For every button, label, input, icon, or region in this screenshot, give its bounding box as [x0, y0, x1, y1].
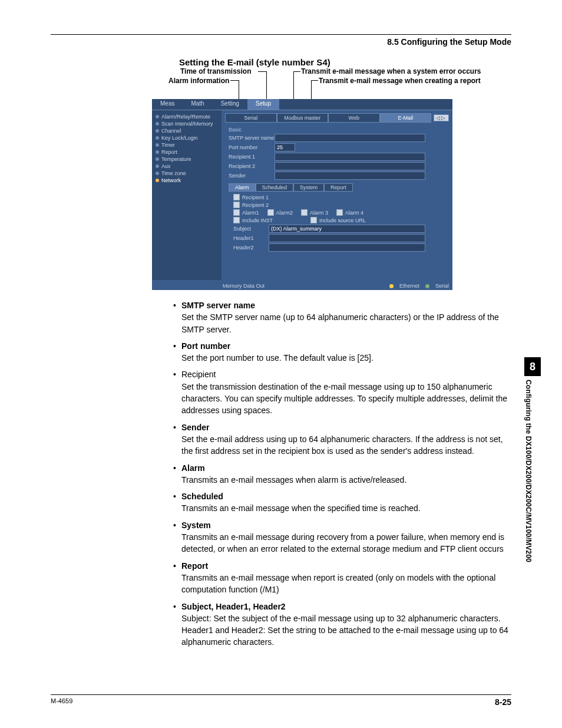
- annot-alarm: Alarm information: [168, 77, 229, 85]
- top-tab-math[interactable]: Math: [183, 99, 212, 110]
- sidebar-item-timezone[interactable]: Time zone: [156, 170, 218, 176]
- screenshot: Meas Math Setting Setup Alarm/Relay/Remo…: [152, 99, 452, 290]
- subtab-serial[interactable]: Serial: [225, 113, 277, 123]
- input-subject[interactable]: (DX) Alarm_summary: [269, 225, 425, 233]
- doc-item: •SenderSet the e-mail address using up t…: [173, 421, 511, 457]
- chk-label: Include INST: [242, 218, 273, 223]
- subtab-email[interactable]: E-Mail: [380, 113, 432, 123]
- chk-label: Include source URL: [319, 218, 366, 223]
- doc-item-head: Subject, Header1, Header2: [181, 602, 286, 611]
- modetab-alarm[interactable]: Alarm: [229, 183, 256, 192]
- sidebar-item-label: Channel: [161, 128, 181, 134]
- sidebar-item-label: Scan Interval/Memory: [161, 121, 213, 127]
- status-bar: Memory Data Out Ethernet Serial: [223, 283, 449, 289]
- doc-item-body: Transmits an e-mail message when report …: [181, 572, 511, 596]
- sidebar-item-keylock[interactable]: Key Lock/Login: [156, 135, 218, 141]
- chapter-number: 8: [524, 357, 541, 376]
- input-sender[interactable]: [275, 172, 425, 180]
- chk-alarm1[interactable]: Alarm1: [233, 209, 259, 216]
- top-tab-meas[interactable]: Meas: [152, 99, 183, 110]
- doc-item: •AlarmTransmits an e-mail messages when …: [173, 462, 511, 486]
- sidebar-item-aux[interactable]: Aux: [156, 163, 218, 169]
- chk-label: Alarm 3: [310, 210, 328, 216]
- chk-recipient2[interactable]: Recipient 2: [233, 202, 269, 208]
- modetab-scheduled[interactable]: Scheduled: [256, 183, 294, 192]
- chk-include-inst[interactable]: Include INST: [233, 217, 273, 223]
- doc-item: •RecipientSet the transmission destinati…: [173, 368, 511, 416]
- doc-item-head: System: [181, 521, 211, 530]
- doc-item-body: Transmits an e-mail message when the spe…: [181, 502, 511, 514]
- status-serial-icon: [425, 284, 429, 288]
- doc-item: •Subject, Header1, Header2Subject: Set t…: [173, 601, 511, 648]
- sidebar-item-label: Timer: [161, 142, 175, 148]
- modetab-system[interactable]: System: [293, 183, 324, 192]
- sidebar-item-label: Network: [161, 177, 181, 183]
- doc-item-head: Scheduled: [181, 492, 223, 501]
- chk-alarm3[interactable]: Alarm 3: [301, 209, 328, 216]
- doc-item-head: SMTP server name: [181, 301, 255, 310]
- chapter-tab: 8 Configuring the DX100/DX200/DX200C/MV1…: [524, 357, 541, 562]
- chk-label: Alarm 4: [345, 210, 363, 216]
- doc-item-head: Sender: [181, 423, 209, 432]
- doc-item-head: Port number: [181, 341, 230, 351]
- input-recip1[interactable]: [275, 153, 425, 161]
- chk-label: Recipient 2: [242, 202, 269, 208]
- sidebar-item-label: Time zone: [161, 170, 186, 176]
- doc-item-body: Set the e-mail address using up to 64 al…: [181, 433, 511, 457]
- sidebar-item-network[interactable]: Network: [156, 177, 218, 183]
- annot-time: Time of transmission: [180, 67, 251, 75]
- chk-label: Alarm2: [276, 210, 293, 216]
- sidebar-item-label: Temperature: [161, 156, 191, 162]
- doc-item: •SMTP server nameSet the SMTP server nam…: [173, 299, 511, 335]
- doc-item-body: Set the SMTP server name (up to 64 alpha…: [181, 311, 511, 335]
- sidebar-item-temp[interactable]: Temperature: [156, 156, 218, 162]
- sidebar-item-scan[interactable]: Scan Interval/Memory: [156, 121, 218, 127]
- doc-item: •ReportTransmits an e-mail message when …: [173, 560, 511, 596]
- sidebar: Alarm/Relay/Remote Scan Interval/Memory …: [152, 110, 222, 280]
- input-header1[interactable]: [269, 234, 425, 242]
- chk-alarm2[interactable]: Alarm2: [267, 209, 293, 216]
- input-header2[interactable]: [269, 243, 425, 252]
- doc-content: •SMTP server nameSet the SMTP server nam…: [173, 299, 511, 648]
- chk-label: Recipient 1: [242, 195, 269, 200]
- subtab-web[interactable]: Web: [328, 113, 380, 123]
- status-eth: Ethernet: [399, 283, 419, 289]
- page-header-section: 8.5 Configuring the Setup Mode: [51, 37, 511, 47]
- label-smtp: SMTP server name: [229, 135, 275, 141]
- input-smtp[interactable]: [275, 134, 425, 142]
- top-tab-setup[interactable]: Setup: [247, 99, 279, 110]
- sidebar-item-report[interactable]: Report: [156, 149, 218, 155]
- label-header2: Header2: [233, 245, 269, 251]
- sidebar-item-label: Alarm/Relay/Remote: [161, 114, 210, 120]
- chk-recipient1[interactable]: Recipient 1: [233, 194, 269, 200]
- doc-item-head: Alarm: [181, 463, 205, 473]
- sidebar-item-timer[interactable]: Timer: [156, 142, 218, 148]
- section-title: Setting the E-mail (style number S4): [179, 57, 511, 67]
- modetab-report[interactable]: Report: [324, 183, 353, 192]
- label-recip2: Recipient 2: [229, 163, 275, 169]
- doc-item: •SystemTransmits an e-mail message durin…: [173, 519, 511, 555]
- doc-item: •ScheduledTransmits an e-mail message wh…: [173, 490, 511, 515]
- doc-item-body: Transmits an e-mail message during recov…: [181, 531, 511, 555]
- subtab-modbus[interactable]: Modbus master: [277, 113, 329, 123]
- status-eth-icon: [389, 284, 394, 288]
- annot-report: Transmit e-mail message when creating a …: [319, 77, 484, 85]
- chk-alarm4[interactable]: Alarm 4: [336, 209, 363, 216]
- doc-item-body: Transmits an e-mail messages when alarm …: [181, 474, 511, 486]
- label-sender: Sender: [229, 173, 275, 179]
- sidebar-item-channel[interactable]: Channel: [156, 128, 218, 134]
- label-header1: Header1: [233, 235, 269, 241]
- chk-include-src[interactable]: Include source URL: [310, 217, 366, 223]
- footer-left: M-4659: [51, 697, 72, 707]
- top-tabbar: Meas Math Setting Setup: [152, 99, 452, 110]
- label-port: Port number: [229, 144, 275, 150]
- sidebar-item-alarm[interactable]: Alarm/Relay/Remote: [156, 114, 218, 120]
- input-port[interactable]: 25: [275, 143, 295, 151]
- doc-item-body: Set the transmission destination of the …: [181, 381, 511, 417]
- annotation-row: Time of transmission Alarm information T…: [168, 67, 511, 99]
- label-subject: Subject: [233, 226, 269, 232]
- sidebar-item-label: Key Lock/Login: [161, 135, 198, 141]
- input-recip2[interactable]: [275, 162, 425, 170]
- subtab-nav-arrows[interactable]: ◁▷: [434, 114, 449, 121]
- top-tab-setting[interactable]: Setting: [213, 99, 247, 110]
